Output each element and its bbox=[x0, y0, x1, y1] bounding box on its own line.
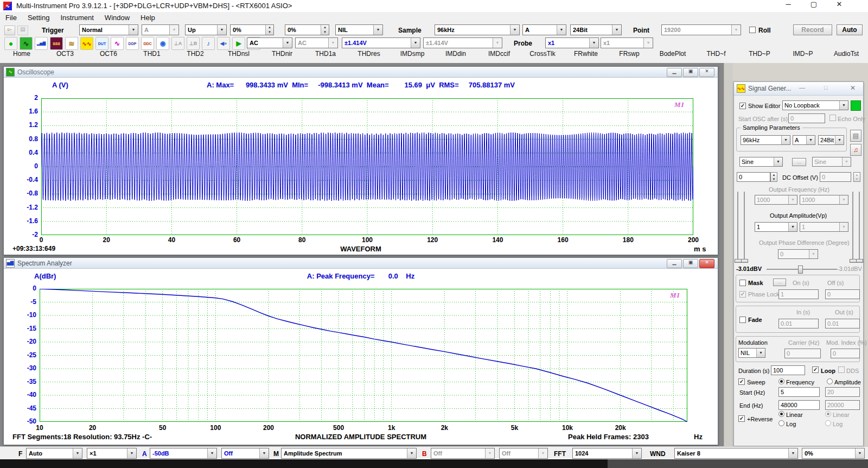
tab-crosstlk[interactable]: CrossTlk bbox=[521, 50, 564, 63]
sweep-start-b-field[interactable]: 20 bbox=[825, 387, 860, 397]
amp-linear-radio[interactable] bbox=[825, 411, 831, 417]
analysis-mode-select[interactable]: Amplitude Spectrum▼ bbox=[281, 448, 417, 459]
a-range-select[interactable]: -50dB▼ bbox=[150, 448, 217, 459]
menu-help[interactable]: Help bbox=[135, 12, 161, 23]
input-range-b-select[interactable]: ±1.414V▼ bbox=[423, 37, 502, 48]
reverse-checkbox[interactable]: ✓ bbox=[738, 415, 745, 422]
sound-device-wizard-icon[interactable]: ♪ bbox=[202, 37, 215, 50]
mask-off-field[interactable]: 0 bbox=[825, 289, 860, 299]
chevron-down-icon[interactable]: ▼ bbox=[809, 250, 818, 258]
bottom-probe-select[interactable]: ×1▼ bbox=[87, 448, 137, 459]
tab-thdnsl[interactable]: THDnsl bbox=[217, 50, 260, 63]
spectrum-maximize-button[interactable]: ▣ bbox=[683, 259, 698, 268]
amplitude-slider-track-3[interactable] bbox=[859, 192, 860, 262]
sample-channel-select[interactable]: A▼ bbox=[522, 24, 566, 35]
trigger-delay-spinner[interactable]: 0%▲▼ bbox=[285, 24, 329, 35]
chevron-down-icon[interactable]: ▼ bbox=[129, 25, 138, 35]
modulation-select[interactable]: NIL▼ bbox=[738, 348, 765, 358]
coupling-a-select[interactable]: AC▼ bbox=[247, 37, 292, 48]
menu-file[interactable]: File bbox=[0, 12, 22, 23]
overlap-select[interactable]: 0%▼ bbox=[802, 448, 865, 459]
tab-thd1a[interactable]: THD1a bbox=[304, 50, 347, 63]
dc-b-spinner[interactable]: ▲▼ bbox=[853, 172, 860, 182]
sweep-log-radio[interactable] bbox=[778, 420, 784, 426]
marker-a-icon[interactable]: ⊥A bbox=[171, 37, 184, 50]
chevron-down-icon[interactable]: ▼ bbox=[411, 38, 420, 48]
sweep-start-field[interactable]: 5 bbox=[778, 387, 820, 397]
scope-close-button[interactable]: ✕ bbox=[699, 68, 714, 77]
tab-thdnir[interactable]: THDnir bbox=[260, 50, 304, 63]
menu-window[interactable]: Window bbox=[99, 12, 135, 23]
volume-icon[interactable]: ◀» bbox=[217, 37, 230, 50]
chevron-down-icon[interactable]: ▼ bbox=[781, 136, 790, 144]
chevron-down-icon[interactable]: ▼ bbox=[774, 157, 782, 166]
tab-audiotst[interactable]: AudioTst bbox=[825, 50, 868, 63]
chevron-down-icon[interactable]: ▼ bbox=[835, 136, 844, 144]
generator-titlebar[interactable]: ∿∿ Signal Gener... — □ ✕ bbox=[734, 82, 863, 96]
tab-thdres[interactable]: THDres bbox=[347, 50, 391, 63]
chevron-down-icon[interactable]: ▼ bbox=[557, 25, 566, 35]
chevron-down-icon[interactable]: ▼ bbox=[855, 448, 864, 458]
chevron-down-icon[interactable]: ▼ bbox=[407, 448, 416, 458]
echo-only-checkbox[interactable] bbox=[829, 115, 836, 121]
chevron-down-icon[interactable]: ▼ bbox=[259, 448, 269, 458]
amplitude-slider-track-1[interactable] bbox=[744, 192, 745, 262]
level-slider-handle[interactable] bbox=[798, 265, 803, 274]
sweep-amplitude-radio[interactable] bbox=[827, 378, 833, 384]
sweep-frequency-radio[interactable] bbox=[778, 378, 784, 384]
roll-checkbox[interactable] bbox=[749, 27, 756, 33]
run-icon[interactable]: ▶ bbox=[232, 37, 245, 50]
generator-run-button[interactable] bbox=[851, 100, 861, 111]
tab-home[interactable]: Home bbox=[0, 50, 43, 63]
tab-oct6[interactable]: OCT6 bbox=[87, 50, 130, 63]
dc-a-spinner[interactable]: ▲▼ bbox=[770, 172, 777, 182]
generator-maximize-button[interactable]: □ bbox=[824, 84, 828, 91]
mask-on-field[interactable]: 1 bbox=[778, 289, 819, 299]
oscilloscope-titlebar[interactable]: ∿ Oscilloscope ▁ ▣ ✕ bbox=[4, 67, 718, 78]
chevron-down-icon[interactable]: ▼ bbox=[731, 25, 741, 35]
chevron-down-icon[interactable]: ▼ bbox=[612, 25, 621, 35]
tab-oct3[interactable]: OCT3 bbox=[43, 50, 87, 63]
chevron-down-icon[interactable]: ▼ bbox=[127, 448, 136, 458]
tab-thd2[interactable]: THD2 bbox=[174, 50, 217, 63]
sweep-linear-radio[interactable] bbox=[778, 411, 784, 417]
b-persist-select[interactable]: Off▼ bbox=[499, 448, 548, 459]
duration-field[interactable]: 100 bbox=[771, 365, 805, 375]
chevron-down-icon[interactable]: ▼ bbox=[328, 38, 337, 48]
spinner-arrows-icon[interactable]: ▲▼ bbox=[321, 25, 329, 35]
chevron-down-icon[interactable]: ▼ bbox=[788, 448, 797, 458]
sweep-checkbox[interactable]: ✓ bbox=[738, 378, 745, 385]
chevron-down-icon[interactable]: ▼ bbox=[839, 195, 848, 204]
amplitude-slider-handle-1[interactable] bbox=[741, 259, 748, 263]
tab-thdf[interactable]: THD~f bbox=[694, 50, 738, 63]
minimize-button[interactable]: ─ bbox=[780, 0, 796, 12]
oscilloscope-icon[interactable]: ∿ bbox=[20, 37, 33, 50]
auto-button[interactable]: Auto bbox=[837, 24, 863, 35]
frequency-a-select[interactable]: 1000▼ bbox=[755, 195, 797, 205]
tab-imddin[interactable]: IMDdin bbox=[434, 50, 477, 63]
menu-setting[interactable]: Setting bbox=[22, 12, 55, 23]
device-test-plan-icon[interactable]: DUT bbox=[95, 37, 108, 50]
sample-bits-select[interactable]: 24Bit▼ bbox=[570, 24, 622, 35]
mod-index-field[interactable]: 0 bbox=[831, 349, 860, 358]
start-osc-field[interactable]: 0 bbox=[788, 113, 825, 123]
spectrum-close-button[interactable]: ✕ bbox=[699, 259, 714, 268]
phase-lock-checkbox[interactable]: ✓ bbox=[739, 291, 746, 298]
trigger-source-select[interactable]: A▼ bbox=[142, 24, 179, 35]
generator-channel-select[interactable]: A▼ bbox=[793, 135, 815, 145]
tab-bodeplot[interactable]: BodePlot bbox=[651, 50, 694, 63]
chevron-down-icon[interactable]: ▼ bbox=[788, 223, 797, 231]
frequency-b-select[interactable]: 1000▼ bbox=[800, 195, 848, 205]
show-editor-checkbox[interactable]: ✓ bbox=[739, 103, 746, 109]
scope-minimize-button[interactable]: ▁ bbox=[667, 68, 682, 77]
dc-offset-a-field[interactable]: 0 bbox=[737, 172, 770, 182]
chevron-down-icon[interactable]: ▼ bbox=[217, 25, 226, 35]
sample-rate-select[interactable]: 96kHz▼ bbox=[435, 24, 520, 35]
sweep-end-b-field[interactable]: 20000 bbox=[825, 400, 860, 410]
dock-scrollbar[interactable] bbox=[724, 63, 733, 446]
fade-out-field[interactable]: 0.01 bbox=[825, 319, 860, 328]
fade-in-field[interactable]: 0.01 bbox=[778, 319, 819, 328]
dc-offset-b-field[interactable]: 0 bbox=[820, 172, 851, 182]
chevron-down-icon[interactable]: ▼ bbox=[493, 38, 502, 48]
spinner-arrows-icon[interactable]: ▲▼ bbox=[265, 25, 273, 35]
